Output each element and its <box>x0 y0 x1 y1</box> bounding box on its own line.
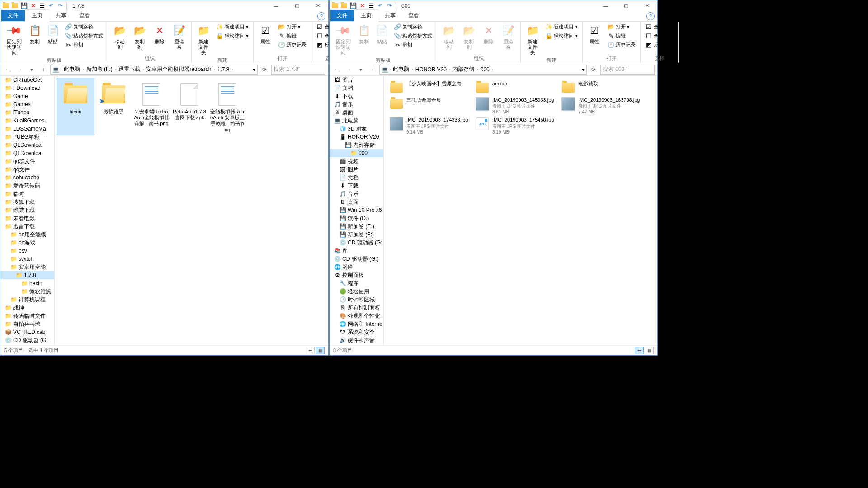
undo-icon[interactable]: ↶ <box>377 2 384 9</box>
recent-button[interactable]: ▾ <box>27 65 37 75</box>
up-button[interactable]: ↑ <box>38 65 48 75</box>
tree-item[interactable]: 📁iTudou <box>0 108 54 117</box>
tree-item[interactable]: 📱HONOR V20 <box>330 133 383 141</box>
copy-button[interactable]: 📋复制 <box>27 23 43 45</box>
breadcrumb-dropdown[interactable]: ▾ <box>253 66 255 73</box>
breadcrumb-segment[interactable]: 内部存储 <box>451 66 476 73</box>
properties-button[interactable]: ☑属性 <box>256 23 274 45</box>
ribbon-help-icon[interactable]: ? <box>646 12 655 20</box>
breadcrumb-segment[interactable]: HONOR V20 <box>414 66 448 73</box>
tab-file[interactable]: 文件 <box>330 10 354 21</box>
tree-item[interactable]: 📁未看电影 <box>0 214 54 222</box>
tree-item[interactable]: 💿CD 驱动器 (G: <box>330 239 383 247</box>
breadcrumb-segment[interactable]: 1.7.8 <box>216 66 231 73</box>
tree-item[interactable]: ⎘所有控制面板 <box>330 304 383 312</box>
file-item[interactable]: 【少女映画56】雪原之青 <box>387 80 473 96</box>
folder-icon[interactable] <box>11 2 19 9</box>
tree-item[interactable]: ⚙控制面板 <box>330 271 383 279</box>
tree-item[interactable]: 📁QLDownloa <box>0 149 54 157</box>
minimize-button[interactable]: — <box>266 0 287 11</box>
tab-view[interactable]: 查看 <box>402 10 425 21</box>
invert-selection-button[interactable]: ◩反向选择 <box>643 41 675 49</box>
title-bar[interactable]: 💾 ✕ ☰ ↶ ↷ 000 — ▢ ✕ <box>330 0 657 11</box>
file-item[interactable]: 三联版金庸全集 <box>387 96 473 116</box>
close-button[interactable]: ✕ <box>637 0 657 11</box>
maximize-button[interactable]: ▢ <box>287 0 307 11</box>
items-pane[interactable]: hexin➤微软雅黑2.安卓端RertroArch全能模拟器详解 - 简书.pn… <box>55 76 328 345</box>
breadcrumb[interactable]: 💻›此电脑›新加卷 (F:)›迅雷下载›安卓用全能模拟器retroarch›1.… <box>50 65 258 75</box>
search-input[interactable]: 搜索"1.7.8" <box>271 65 326 75</box>
delete-button[interactable]: ✕删除 <box>151 23 169 45</box>
tab-home[interactable]: 主页 <box>25 9 49 22</box>
tree-item[interactable]: 📁搜狐下载 <box>0 198 54 206</box>
refresh-button[interactable]: ⟳ <box>589 65 599 75</box>
select-none-button[interactable]: ☐全部取消 <box>643 32 675 40</box>
tree-item[interactable]: 📁微软雅黑 <box>0 287 54 296</box>
tree-item[interactable]: 📄文档 <box>330 84 383 92</box>
select-all-button[interactable]: ☑全部选择 <box>643 23 675 31</box>
tree-item[interactable]: 💿CD 驱动器 (G: <box>0 336 54 344</box>
tree-item[interactable]: 📁转码临时文件 <box>0 312 54 320</box>
tree-item[interactable]: 🖼图片 <box>330 76 383 84</box>
properties-icon[interactable]: ☰ <box>38 2 46 9</box>
tree-item[interactable]: 👤用户帐户 <box>330 344 383 345</box>
tab-share[interactable]: 共享 <box>378 10 402 21</box>
tree-item[interactable]: 📁LDSGameMa <box>0 125 54 133</box>
tree-item[interactable]: 🎵音乐 <box>330 190 383 198</box>
breadcrumb-segment[interactable]: 000 <box>479 66 491 73</box>
tab-home[interactable]: 主页 <box>354 9 378 22</box>
tree-item[interactable]: ⬇下载 <box>330 182 383 190</box>
tree-item[interactable]: 💾新加卷 (E:) <box>330 222 383 230</box>
file-item[interactable]: IMG_20190903_145933.jpg看图王 JPG 图片文件8.61 … <box>473 96 559 116</box>
tree-item[interactable]: 📁Games <box>0 100 54 108</box>
tree-item[interactable]: 📁临时 <box>0 190 54 198</box>
nav-tree[interactable]: 📁CRTubeGet📁FDownload📁Game📁Games📁iTudou📁K… <box>0 76 55 345</box>
file-item[interactable]: amiibo <box>473 80 559 96</box>
file-item[interactable]: IMG_20190903_174338.jpg看图王 JPG 图片文件9.14 … <box>387 116 473 136</box>
tree-item[interactable]: 🛡系统和安全 <box>330 328 383 336</box>
tree-item[interactable]: 📁sohucache <box>0 174 54 182</box>
tree-item[interactable]: 📄文档 <box>330 174 383 182</box>
tree-item[interactable]: 💾软件 (D:) <box>330 214 383 222</box>
breadcrumb-segment[interactable]: 安卓用全能模拟器retroarch <box>145 66 212 73</box>
breadcrumb[interactable]: 💻›此电脑›HONOR V20›内部存储›000›▾ <box>379 65 587 75</box>
file-item[interactable]: ➤微软雅黑 <box>94 78 132 135</box>
view-icons-button[interactable]: ▦ <box>645 347 654 354</box>
breadcrumb-segment[interactable]: 新加卷 (F:) <box>85 66 114 73</box>
tree-item[interactable]: 📁爱奇艺转码 <box>0 182 54 190</box>
tree-item[interactable]: 📁PUBG箱彩— <box>0 133 54 141</box>
breadcrumb-segment[interactable]: 迅雷下载 <box>117 66 142 73</box>
items-pane[interactable]: 【少女映画56】雪原之青amiibo电影截取三联版金庸全集IMG_2019090… <box>384 76 657 345</box>
tree-item[interactable]: 📁switch <box>0 255 54 263</box>
tree-item[interactable]: 🖥桌面 <box>330 108 383 117</box>
copy-path-button[interactable]: 🔗复制路径 <box>392 23 434 31</box>
tree-item[interactable]: 📁计算机课程 <box>0 296 54 304</box>
recent-button[interactable]: ▾ <box>356 65 366 75</box>
paste-shortcut-button[interactable]: 📎粘贴快捷方式 <box>392 32 434 40</box>
close-button[interactable]: ✕ <box>307 0 328 11</box>
tab-view[interactable]: 查看 <box>73 10 96 21</box>
tree-item[interactable]: 💾Win 10 Pro x6 <box>330 206 383 214</box>
breadcrumb-segment[interactable]: 此电脑 <box>392 66 410 73</box>
tree-item[interactable]: 📦VC_RED.cab <box>0 328 54 336</box>
pin-to-quick-access-button[interactable]: 📌固定到快速访问 <box>3 23 25 56</box>
easy-access-button[interactable]: 🔓轻松访问 ▾ <box>543 32 580 40</box>
new-folder-button[interactable]: 📁新建文件夹 <box>524 23 542 56</box>
tree-item[interactable]: 📁FDownload <box>0 84 54 92</box>
tree-item[interactable]: 📁Kuai8Games <box>0 117 54 125</box>
title-bar[interactable]: 💾 ✕ ☰ ↶ ↷ 1.7.8 — ▢ ✕ <box>0 0 328 11</box>
edit-button[interactable]: ✎编辑 <box>276 32 308 40</box>
save-icon[interactable]: 💾 <box>20 2 28 9</box>
tree-item[interactable]: 🎨外观和个性化 <box>330 312 383 320</box>
properties-button[interactable]: ☑属性 <box>585 23 604 45</box>
new-item-button[interactable]: ✨新建项目 ▾ <box>214 23 250 31</box>
tree-item[interactable]: 📁QLDownloa <box>0 141 54 149</box>
copy-path-button[interactable]: 🔗复制路径 <box>63 23 105 31</box>
tree-item[interactable]: 🔊硬件和声音 <box>330 336 383 344</box>
easy-access-button[interactable]: 🔓轻松访问 ▾ <box>214 32 250 40</box>
edit-button[interactable]: ✎编辑 <box>605 32 637 40</box>
close-icon[interactable]: ✕ <box>359 2 366 9</box>
view-icons-button[interactable]: ▦ <box>316 347 325 354</box>
tab-file[interactable]: 文件 <box>1 10 25 21</box>
file-item[interactable]: 电影截取 <box>559 80 645 96</box>
